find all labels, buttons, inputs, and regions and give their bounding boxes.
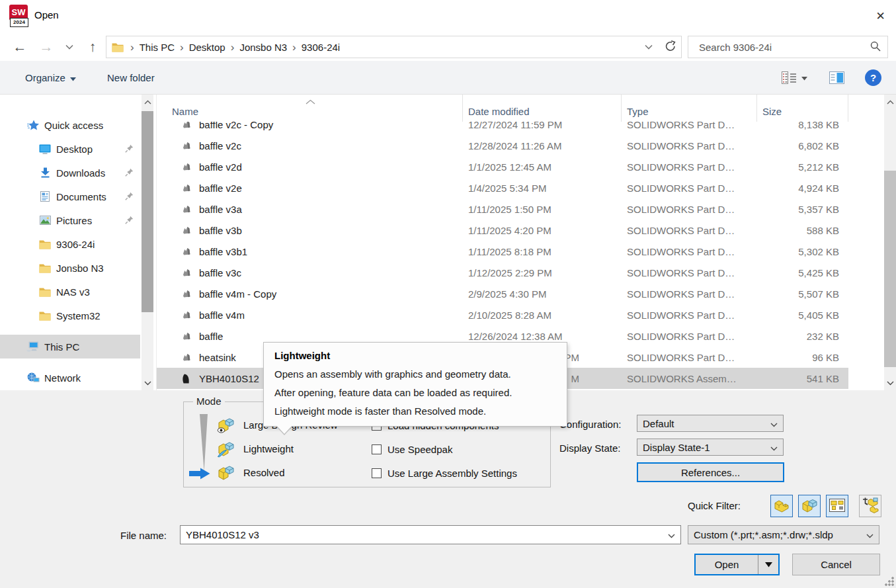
quick-filter-filter-toplevel-button[interactable] — [859, 495, 881, 517]
sidebar-item-label: System32 — [56, 310, 101, 321]
quick-filter-filter-parts-button[interactable] — [770, 495, 793, 517]
file-row-baffle-v4m[interactable]: baffle v4m2/10/2025 8:28 AMSOLIDWORKS Pa… — [157, 304, 848, 325]
quick-filter-filter-assemblies-button[interactable] — [798, 495, 821, 517]
size-cell: 232 KB — [757, 331, 848, 342]
help-button[interactable]: ? — [865, 69, 881, 86]
view-mode-caret-icon[interactable] — [801, 77, 807, 81]
folder-icon — [38, 287, 52, 297]
lightweight-tooltip: Lightweight Opens an assembly with graph… — [263, 342, 567, 427]
part-icon — [182, 353, 195, 362]
breadcrumb-item-9306-24i[interactable]: 9306-24i — [302, 42, 340, 53]
breadcrumb-item-jonsbo-n3[interactable]: Jonsbo N3 — [239, 42, 287, 53]
sidebar-scroll-down-icon[interactable] — [142, 376, 153, 390]
open-dropdown-arrow[interactable] — [758, 555, 778, 574]
cancel-button[interactable]: Cancel — [792, 554, 880, 575]
display-state-chevron-icon — [770, 442, 778, 453]
file-type-dropdown[interactable]: Custom (*.prt;*.asm;*.drw;*.sldp — [688, 525, 879, 544]
sidebar-item-downloads[interactable]: Downloads — [0, 161, 140, 185]
sidebar-item-documents[interactable]: Documents — [0, 185, 140, 208]
sort-ascending-icon — [305, 95, 315, 106]
size-cell: 96 KB — [757, 352, 848, 363]
tooltip-tail — [276, 426, 293, 435]
this-pc-icon — [26, 341, 40, 352]
window-title: Open — [34, 9, 59, 21]
checkbox-use-large-assembly-settings[interactable]: Use Large Assembly Settings — [372, 461, 517, 485]
file-name-input[interactable] — [181, 529, 663, 540]
list-scroll-up-icon[interactable] — [884, 95, 896, 109]
file-row-baffle-v2e[interactable]: baffle v2e1/4/2025 5:34 PMSOLIDWORKS Par… — [157, 177, 848, 198]
file-row-baffle-v3b1[interactable]: baffle v3b11/11/2025 8:18 PMSOLIDWORKS P… — [157, 241, 848, 262]
quick-filter-filter-drawings-button[interactable] — [826, 495, 848, 517]
search-box[interactable] — [688, 36, 888, 58]
display-state-label: Display State: — [559, 442, 621, 454]
mode-option-label: Lightweight — [243, 443, 294, 454]
column-header-type[interactable]: Type — [622, 95, 757, 122]
sidebar-scroll-thumb[interactable] — [142, 111, 153, 312]
up-button[interactable]: ↑ — [82, 37, 103, 57]
file-row-baffle-v2d[interactable]: baffle v2d1/1/2025 12:45 AMSOLIDWORKS Pa… — [157, 156, 848, 177]
open-button[interactable]: Open — [696, 555, 758, 574]
file-row-baffle-v3b[interactable]: baffle v3b1/11/2025 4:20 PMSOLIDWORKS Pa… — [157, 220, 848, 241]
file-name-combobox[interactable] — [180, 525, 681, 544]
column-header-date-modified[interactable]: Date modified — [463, 95, 622, 122]
file-name-cell: baffle v3b — [157, 225, 463, 236]
sidebar-item-nas-v3[interactable]: NAS v3 — [0, 280, 140, 304]
sidebar-item-label: Quick access — [44, 120, 103, 131]
sidebar-item-quick-access[interactable]: Quick access — [0, 113, 140, 137]
filter-parts-icon — [773, 497, 790, 516]
open-split-button[interactable]: Open — [694, 554, 780, 575]
column-header-size[interactable]: Size — [757, 95, 848, 122]
sidebar-item-label: 9306-24i — [56, 239, 95, 250]
checkbox-use-speedpak[interactable]: Use Speedpak — [372, 437, 517, 461]
list-scroll-thumb[interactable] — [884, 171, 896, 367]
view-mode-button[interactable] — [782, 71, 797, 84]
sidebar-item-jonsbo-n3[interactable]: Jonsbo N3 — [0, 256, 140, 280]
references-button[interactable]: References... — [637, 462, 784, 482]
new-folder-button[interactable]: New folder — [107, 61, 155, 94]
close-button[interactable]: ✕ — [865, 0, 896, 32]
search-input[interactable] — [698, 41, 870, 54]
file-name-cell: baffle v3c — [157, 267, 463, 278]
sidebar-item-pictures[interactable]: Pictures — [0, 208, 140, 232]
file-row-baffle-v4m-copy[interactable]: baffle v4m - Copy2/9/2025 4:30 PMSOLIDWO… — [157, 283, 848, 304]
configuration-dropdown[interactable]: Default — [637, 415, 784, 432]
display-state-dropdown[interactable]: Display State-1 — [637, 439, 784, 456]
refresh-button[interactable] — [659, 36, 682, 58]
breadcrumb-separator-icon: › — [225, 41, 240, 54]
size-cell: 5,425 KB — [757, 267, 848, 278]
sidebar-item-desktop[interactable]: Desktop — [0, 137, 140, 161]
file-list-scrollbar[interactable] — [884, 95, 896, 390]
tooltip-line: Lightweight mode is faster than Resolved… — [274, 402, 556, 421]
file-name-cell: baffle v3a — [157, 204, 463, 215]
sidebar-scrollbar[interactable] — [142, 95, 153, 390]
sidebar-item-network[interactable]: Network — [0, 366, 140, 390]
checkbox-box[interactable] — [372, 468, 382, 478]
list-scroll-down-icon[interactable] — [884, 376, 896, 390]
file-row-baffle-v3c[interactable]: baffle v3c1/12/2025 2:29 PMSOLIDWORKS Pa… — [157, 262, 848, 283]
file-row-baffle-v2c[interactable]: baffle v2c12/28/2024 11:26 AMSOLIDWORKS … — [157, 135, 848, 156]
checkbox-box[interactable] — [372, 444, 382, 454]
file-name-cell: baffle v4m - Copy — [157, 288, 463, 300]
file-row-baffle-v3a[interactable]: baffle v3a1/11/2025 1:50 PMSOLIDWORKS Pa… — [157, 198, 848, 220]
address-bar[interactable]: ›This PC›Desktop›Jonsbo N3›9306-24i — [106, 36, 660, 58]
sidebar-scroll-up-icon[interactable] — [142, 95, 153, 109]
recent-locations-chevron-icon[interactable] — [62, 37, 77, 57]
sidebar-item-this-pc[interactable]: This PC — [0, 335, 140, 358]
filter-assemblies-icon — [801, 497, 818, 516]
sidebar-item-9306-24i[interactable]: 9306-24i — [0, 232, 140, 256]
sidebar-item-system32[interactable]: System32 — [0, 304, 140, 327]
resize-grip[interactable] — [885, 577, 894, 586]
file-name-chevron-icon[interactable] — [663, 529, 680, 540]
quick-access-icon — [26, 120, 40, 131]
mode-option-lightweight[interactable]: Lightweight — [217, 437, 338, 460]
address-folder-icon — [112, 42, 124, 52]
breadcrumb-item-desktop[interactable]: Desktop — [189, 42, 225, 53]
organize-menu-button[interactable]: Organize — [25, 61, 76, 94]
breadcrumb-item-this-pc[interactable]: This PC — [140, 42, 175, 53]
preview-pane-button[interactable] — [829, 71, 844, 84]
address-dropdown-chevron-icon[interactable] — [638, 36, 659, 58]
breadcrumb-separator-icon: › — [175, 41, 189, 54]
type-cell: SOLIDWORKS Part D… — [622, 331, 757, 342]
mode-option-resolved[interactable]: Resolved — [217, 460, 338, 484]
back-button[interactable]: ← — [9, 37, 30, 57]
